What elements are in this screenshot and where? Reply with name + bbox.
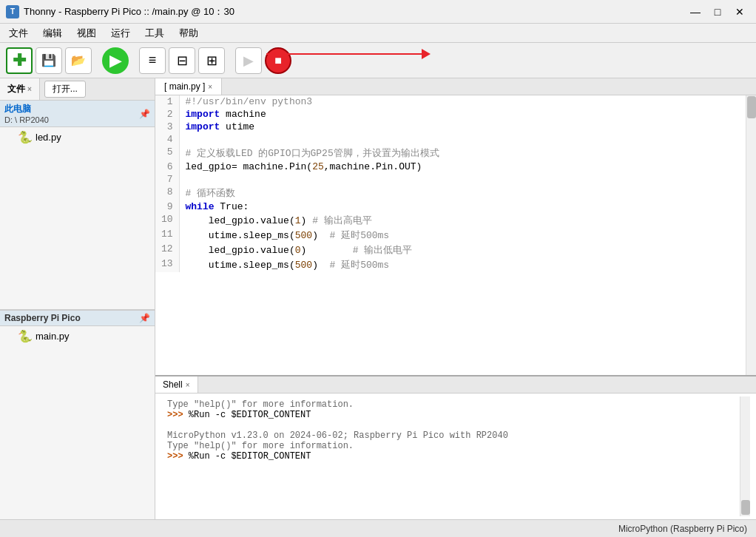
debug3-button[interactable]: ⊞: [198, 47, 225, 74]
editor-shell-container: [ main.py ] × 1 #!/usr/bin/env python3: [155, 78, 756, 519]
debug2-button[interactable]: ⊟: [169, 47, 195, 74]
new-button[interactable]: ✚: [6, 47, 33, 74]
stop-button[interactable]: ■: [265, 47, 291, 74]
editor-scrollbar[interactable]: [746, 95, 756, 375]
code-line-5: 5 # 定义板载LED 的GPIO口为GP25管脚，并设置为输出模式: [155, 146, 746, 161]
toolbar: ✚ 💾 📂 ▶ ≡ ⊟ ⊞ ▶ ■: [0, 43, 756, 78]
scrollbar-thumb[interactable]: [747, 96, 756, 118]
open-button[interactable]: 📂: [65, 47, 92, 74]
code-line-2: 2 import machine: [155, 108, 746, 121]
menu-view[interactable]: 视图: [71, 25, 102, 41]
menu-help[interactable]: 帮助: [173, 25, 204, 41]
code-line-11: 11 utime.sleep_ms(500) # 延时500ms: [155, 228, 746, 243]
code-line-8: 8 # 循环函数: [155, 186, 746, 200]
code-line-4: 4: [155, 133, 746, 146]
code-line-9: 9 while True:: [155, 200, 746, 213]
maximize-button[interactable]: □: [707, 1, 728, 22]
shell-line-1: Type "help()" for more information.: [167, 399, 734, 410]
thonny-icon: T: [6, 5, 19, 18]
minimize-button[interactable]: —: [685, 1, 706, 22]
shell-line-2: >>> %Run -c $EDITOR_CONTENT: [167, 410, 734, 420]
editor-tabs: [ main.py ] ×: [155, 78, 756, 95]
this-computer-header: 此电脑 D: \ RP2040 📌: [0, 101, 155, 127]
code-line-1: 1 #!/usr/bin/env python3: [155, 95, 746, 108]
this-computer-label: 此电脑: [4, 103, 49, 115]
raspberry-pi-pico-header: Raspberry Pi Pico 📌: [0, 311, 155, 326]
pin-icon-pico[interactable]: 📌: [139, 313, 150, 323]
sidebar-top-tabs: 文件 × 打开...: [0, 78, 155, 101]
code-line-10: 10 led_gpio.value(1) # 输出高电平: [155, 213, 746, 228]
code-line-13: 13 utime.sleep_ms(500) # 延时500ms: [155, 257, 746, 272]
sidebar-tab-file[interactable]: 文件 ×: [0, 78, 40, 100]
shell-text-area[interactable]: Type "help()" for more information. >>> …: [161, 396, 740, 516]
code-line-7: 7: [155, 173, 746, 186]
shell-line-3: [167, 420, 734, 430]
shell-tab-label: Shell: [163, 379, 183, 390]
editor-area: [ main.py ] × 1 #!/usr/bin/env python3: [155, 78, 756, 375]
menu-run[interactable]: 运行: [105, 25, 136, 41]
menu-edit[interactable]: 编辑: [37, 25, 68, 41]
code-line-12: 12 led_gpio.value(0) # 输出低电平: [155, 243, 746, 257]
sidebar: 文件 × 打开... 此电脑 D: \ RP2040 📌 🐍 led.py: [0, 78, 155, 519]
titlebar-left: T Thonny - Raspberry Pi Pico :: /main.py…: [6, 5, 234, 18]
statusbar: MicroPython (Raspberry Pi Pico): [0, 519, 756, 537]
file-led-py[interactable]: 🐍 led.py: [0, 127, 155, 147]
run-button[interactable]: ▶: [102, 47, 129, 74]
tab-main-py[interactable]: [ main.py ] ×: [155, 78, 222, 95]
this-computer-path: D: \ RP2040: [4, 115, 49, 124]
tab-main-py-label: [ main.py ]: [164, 81, 205, 92]
step-button[interactable]: ▶: [235, 47, 262, 74]
close-button[interactable]: ✕: [729, 1, 750, 22]
menu-tools[interactable]: 工具: [139, 25, 170, 41]
sidebar-computer-section: 此电脑 D: \ RP2040 📌 🐍 led.py: [0, 101, 155, 311]
file-led-py-label: led.py: [36, 132, 61, 143]
code-content[interactable]: 1 #!/usr/bin/env python3 2 import machin…: [155, 95, 746, 375]
code-line-6: 6 led_gpio= machine.Pin(25,machine.Pin.O…: [155, 161, 746, 173]
status-text: MicroPython (Raspberry Pi Pico): [618, 524, 747, 534]
open-file-button[interactable]: 打开...: [44, 81, 86, 98]
arrow-head: [422, 49, 431, 59]
main-area: 文件 × 打开... 此电脑 D: \ RP2040 📌 🐍 led.py: [0, 78, 756, 519]
shell-line-4: MicroPython v1.23.0 on 2024-06-02; Raspb…: [167, 430, 734, 441]
code-table: 1 #!/usr/bin/env python3 2 import machin…: [155, 95, 746, 272]
menu-file[interactable]: 文件: [3, 25, 34, 41]
shell-line-6: >>> %Run -c $EDITOR_CONTENT: [167, 451, 734, 462]
debug1-button[interactable]: ≡: [139, 47, 166, 74]
titlebar-controls: — □ ✕: [685, 1, 750, 22]
sidebar-pico-section: Raspberry Pi Pico 📌 🐍 main.py: [0, 311, 155, 519]
shell-tab-close[interactable]: ×: [186, 381, 190, 389]
file-main-py-label: main.py: [36, 331, 70, 342]
shell-line-5: Type "help()" for more information.: [167, 441, 734, 451]
tab-main-py-close[interactable]: ×: [208, 83, 212, 91]
shell-scrollbar-thumb[interactable]: [741, 500, 750, 515]
raspberry-pi-pico-label: Raspberry Pi Pico: [4, 313, 81, 323]
titlebar-title: Thonny - Raspberry Pi Pico :: /main.py @…: [24, 5, 234, 18]
code-editor[interactable]: 1 #!/usr/bin/env python3 2 import machin…: [155, 95, 756, 375]
pin-icon-computer[interactable]: 📌: [139, 109, 150, 119]
code-line-3: 3 import utime: [155, 121, 746, 133]
shell-area: Shell × Type "help()" for more informati…: [155, 375, 756, 519]
shell-tabs: Shell ×: [155, 376, 756, 394]
menubar: 文件 编辑 视图 运行 工具 帮助: [0, 24, 756, 43]
save-button[interactable]: 💾: [36, 47, 62, 74]
shell-scrollbar[interactable]: [740, 396, 750, 516]
titlebar: T Thonny - Raspberry Pi Pico :: /main.py…: [0, 0, 756, 24]
file-main-py[interactable]: 🐍 main.py: [0, 326, 155, 346]
shell-content[interactable]: Type "help()" for more information. >>> …: [155, 394, 756, 519]
shell-tab[interactable]: Shell ×: [155, 376, 198, 393]
